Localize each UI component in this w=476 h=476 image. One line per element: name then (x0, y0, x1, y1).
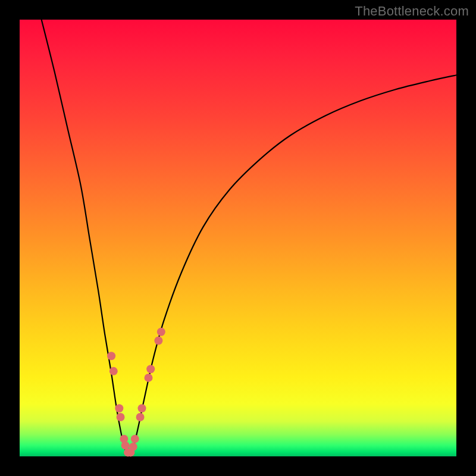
plot-area (20, 20, 456, 456)
data-marker (131, 435, 139, 443)
data-marker (145, 374, 153, 382)
data-marker (129, 443, 137, 451)
data-marker (115, 404, 123, 412)
data-marker (146, 365, 155, 373)
curve-svg (20, 20, 456, 456)
data-marker (109, 367, 118, 375)
data-marker (136, 413, 145, 421)
data-marker (154, 336, 162, 345)
data-marker (107, 352, 115, 360)
data-marker (117, 413, 125, 421)
chart-frame: TheBottleneck.com (0, 0, 476, 476)
data-marker (157, 328, 165, 336)
watermark-text: TheBottleneck.com (355, 4, 469, 19)
bottleneck-curve (42, 20, 456, 454)
data-marker (138, 404, 146, 412)
